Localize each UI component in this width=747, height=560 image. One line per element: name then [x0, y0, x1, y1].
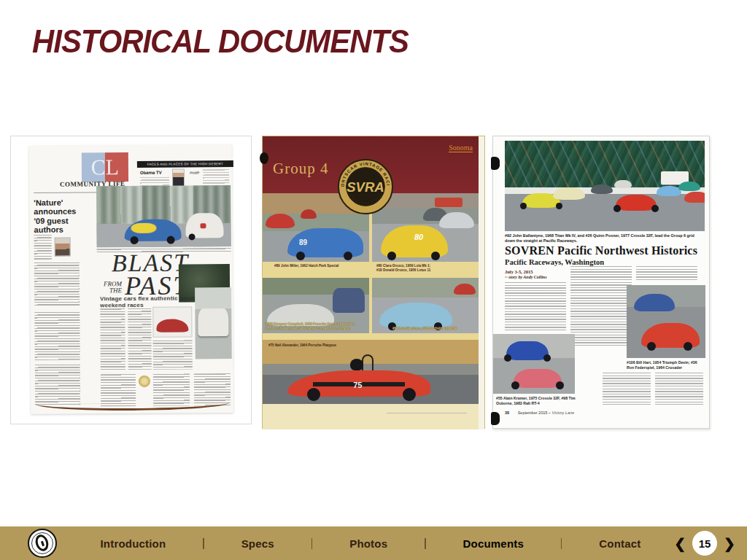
page-edge-margin [479, 136, 484, 429]
text-placeholder [636, 266, 697, 282]
photo-caption-overlay: #64 Bob Hardison, 1958 Echidna Special [392, 327, 479, 331]
red-car [266, 214, 295, 228]
caption-line: #18 Donald Orozco, 1956 Lotus 11 [376, 268, 479, 273]
wheel [344, 252, 352, 260]
page-navigation: ❮ 15 ❯ [674, 526, 735, 560]
newspaper-fold-edge [35, 402, 229, 411]
text-placeholder [570, 266, 632, 348]
wheel [504, 354, 511, 362]
wheel [511, 381, 519, 389]
page-footer: 38 September 2015 ~ Victory Lane [505, 411, 694, 415]
document-thumbnail-svra-magazine[interactable]: Group 4 Sonoma SPORTSCAR VINTAGE RACING … [262, 136, 485, 429]
nav-separator [425, 538, 426, 549]
footer-page-number: 38 [505, 411, 509, 415]
caption-line: #92 John Ballantyne, 1968 Titan Mk IV, a… [505, 233, 705, 238]
folio-placeholder [387, 413, 467, 416]
cream-formula-car [553, 187, 585, 200]
caption-line: #56 Ron Federspiel, 1964 Genie Corvair S… [266, 327, 366, 331]
partial-logo-edge [260, 152, 268, 164]
text-placeholder [128, 308, 152, 370]
red-car-inset-photo [152, 306, 192, 337]
svra-badge: SPORTSCAR VINTAGE RACING ASSOCIATION SVR… [337, 158, 394, 215]
wheel [130, 236, 138, 244]
nav-separator [561, 538, 562, 549]
newspaper-banner: FACES AND PLACES OF THE HIGH DESERT [137, 160, 233, 168]
newspaper-page: CL COMMUNITY LIFE FACES AND PLACES OF TH… [29, 144, 234, 414]
white-formula-car [614, 180, 632, 188]
text-placeholder [603, 373, 651, 405]
wheel [166, 236, 174, 244]
wheel [556, 203, 562, 209]
caption-line: Osborne, 1983 Ralt RT-4 [496, 401, 591, 406]
newspaper-logo: CL [82, 152, 128, 182]
text-placeholder [35, 364, 80, 405]
blue-race-car: 89 [287, 228, 363, 257]
club-logo[interactable] [28, 529, 57, 558]
wheel [556, 381, 564, 389]
slide: HISTORICAL DOCUMENTS CL COMMUNITY LIFE F… [0, 0, 747, 560]
red-sports-car [641, 323, 700, 348]
magazine-footer-strip [263, 404, 480, 429]
red-car [301, 209, 317, 219]
caption-line: #106 Bill Hart, 1954 Triumph Devin; #36 [627, 360, 707, 365]
footer-publication: Victory Lane [552, 411, 574, 415]
red-car [454, 284, 476, 295]
prev-page-icon[interactable]: ❮ [674, 537, 686, 551]
wheel [403, 388, 416, 401]
photo-triumph-crusader [627, 285, 705, 358]
page-title: HISTORICAL DOCUMENTS [32, 23, 409, 60]
red-formula-car [616, 195, 657, 211]
blue-boxy-car [333, 288, 365, 313]
inside-label: Inside [190, 170, 199, 174]
nav-item-introduction[interactable]: Introduction [100, 537, 166, 550]
headline-word: THE [100, 287, 122, 294]
footer-separator: ~ [549, 411, 551, 415]
photo-red-car-75: 75 #75 Neil Alexander, 1964 Porsche Plat… [263, 340, 480, 404]
next-page-icon[interactable]: ❯ [724, 537, 735, 551]
side-headline: 'Nature' announces '09 guest authors [34, 198, 79, 234]
wheel [307, 388, 320, 401]
wheel [614, 205, 621, 212]
caption-line: down the straight at Pacific Raceways. [505, 238, 705, 244]
article-subhead: Pacific Raceways, Washington [505, 258, 604, 266]
text-placeholder [153, 373, 190, 405]
text-placeholder [100, 308, 125, 370]
bottom-nav-bar: Introduction Specs Photos Documents Cont… [0, 526, 747, 560]
yellow-stripe [131, 223, 157, 233]
text-placeholder [505, 282, 566, 330]
roll-bar [362, 354, 374, 370]
region-label: Sonoma [449, 144, 473, 152]
article-headline: SOVREN Pacific Northwest Historics [505, 244, 706, 257]
article-byline: ~ story by Andy Collins [505, 275, 547, 279]
photo-lightblue-car-64: #64 Bob Hardison, 1958 Echidna Special [372, 278, 480, 333]
car-number: 89 [299, 238, 307, 246]
gray-car [439, 212, 474, 228]
document-thumbnail-sovren-article[interactable]: #92 John Ballantyne, 1968 Titan Mk IV, a… [492, 136, 710, 429]
grid-start-photo [505, 141, 705, 231]
nav-item-documents[interactable]: Documents [463, 537, 524, 550]
caption-line: Ron Federspiel, 1964 Crusader [627, 365, 707, 370]
photo-silver-car: #556 Gregory Campbell, 1966 Porsche Devi… [263, 278, 369, 333]
text-placeholder [101, 374, 136, 406]
headline-from-the: FROM THE [100, 281, 122, 294]
photo-caption-overlay: #556 Gregory Campbell, 1966 Porsche Devi… [266, 322, 366, 331]
photo-caption: #80 Clara Orozco, 1959 Lola Mk 1; #18 Do… [376, 264, 479, 272]
gold-seal-logo [139, 376, 150, 387]
pink-formula-car [514, 369, 562, 388]
nav-item-contact[interactable]: Contact [599, 537, 640, 550]
blue-formula-car [657, 186, 681, 196]
nav-item-photos[interactable]: Photos [349, 537, 387, 550]
wheel [684, 342, 692, 351]
footer-date: September 2015 [518, 411, 548, 415]
nav-item-specs[interactable]: Specs [241, 537, 274, 550]
hood-badge [200, 224, 206, 229]
red-race-car [157, 319, 189, 332]
photo-caption: #75 Neil Alexander, 1964 Porsche Platypu… [268, 343, 414, 348]
text-placeholder [34, 311, 80, 359]
text-placeholder [34, 262, 80, 306]
driver-helmet [350, 359, 363, 370]
caption-line: #55 Alain Kramer, 1975 Crossle 32F, #98 … [496, 396, 591, 401]
wheel [387, 252, 396, 260]
document-thumbnail-newspaper[interactable]: CL COMMUNITY LIFE FACES AND PLACES OF TH… [10, 136, 252, 424]
text-placeholder [203, 169, 229, 185]
